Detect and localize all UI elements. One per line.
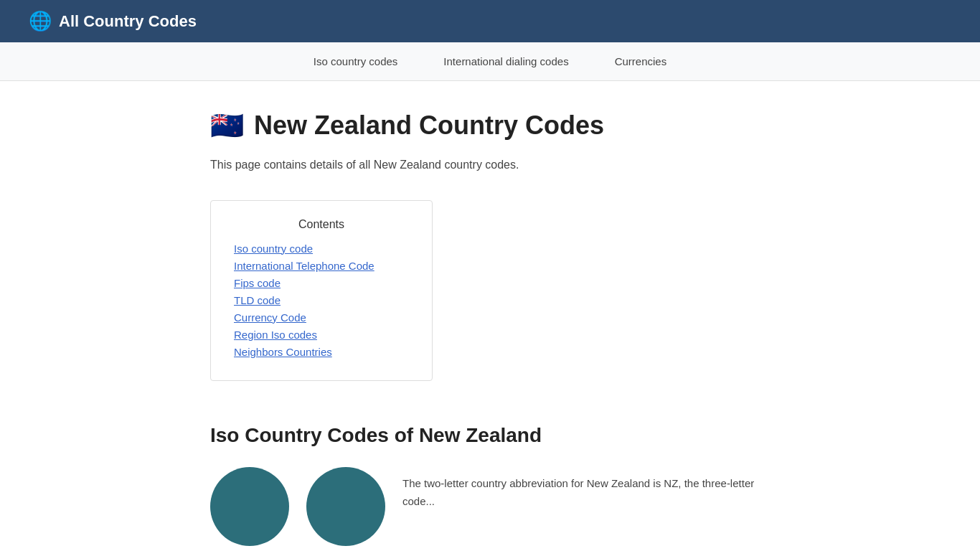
- list-item: Fips code: [234, 277, 409, 290]
- nav-item-currencies[interactable]: Currencies: [592, 42, 690, 80]
- page-title-block: 🇳🇿 New Zealand Country Codes: [210, 110, 770, 141]
- country-flag: 🇳🇿: [210, 110, 244, 141]
- contents-title: Contents: [234, 218, 409, 231]
- list-item: Neighbors Countries: [234, 346, 409, 359]
- nav-item-iso[interactable]: Iso country codes: [291, 42, 421, 80]
- site-title: All Country Codes: [59, 12, 197, 31]
- main-content: 🇳🇿 New Zealand Country Codes This page c…: [167, 81, 813, 551]
- iso-section: Iso Country Codes of New Zealand The two…: [210, 424, 770, 546]
- site-header: 🌐 All Country Codes: [0, 0, 980, 42]
- list-item: TLD code: [234, 294, 409, 307]
- contents-link-neighbors[interactable]: Neighbors Countries: [234, 346, 332, 358]
- contents-link-fips[interactable]: Fips code: [234, 277, 281, 289]
- iso-section-title: Iso Country Codes of New Zealand: [210, 424, 770, 447]
- iso-badge-circle-1: [210, 467, 289, 546]
- list-item: Currency Code: [234, 311, 409, 324]
- contents-link-region[interactable]: Region Iso codes: [234, 329, 317, 341]
- contents-link-phone[interactable]: International Telephone Code: [234, 260, 374, 272]
- contents-link-currency[interactable]: Currency Code: [234, 311, 306, 324]
- site-logo[interactable]: 🌐 All Country Codes: [29, 10, 197, 32]
- contents-link-iso[interactable]: Iso country code: [234, 242, 313, 255]
- iso-section-content: The two-letter country abbreviation for …: [210, 467, 770, 546]
- list-item: Region Iso codes: [234, 329, 409, 342]
- page-description: This page contains details of all New Ze…: [210, 156, 770, 174]
- contents-list: Iso country code International Telephone…: [234, 242, 409, 359]
- contents-link-tld[interactable]: TLD code: [234, 294, 281, 306]
- contents-box: Contents Iso country code International …: [210, 200, 433, 381]
- iso-description: The two-letter country abbreviation for …: [402, 467, 770, 511]
- iso-badge-circle-2: [306, 467, 385, 546]
- main-nav: Iso country codes International dialing …: [0, 42, 980, 81]
- list-item: International Telephone Code: [234, 260, 409, 273]
- globe-icon: 🌐: [29, 10, 52, 32]
- list-item: Iso country code: [234, 242, 409, 255]
- nav-item-dialing[interactable]: International dialing codes: [420, 42, 591, 80]
- page-title: New Zealand Country Codes: [254, 110, 604, 141]
